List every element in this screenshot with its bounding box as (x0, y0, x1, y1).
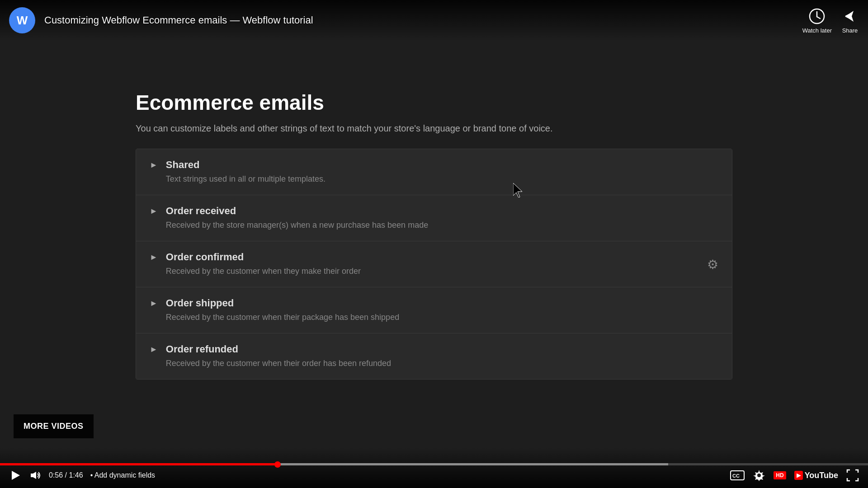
chevron-right-icon: ► (150, 160, 158, 170)
gear-icon[interactable]: ⚙ (707, 257, 718, 272)
progress-dot (274, 461, 281, 468)
email-item-order-refunded[interactable]: ► Order refunded Received by the custome… (136, 333, 732, 379)
play-button[interactable] (9, 469, 22, 482)
email-item-content-refunded: Order refunded Received by the customer … (166, 343, 718, 369)
email-item-title-received: Order received (166, 205, 718, 217)
time-display: 0:56 / 1:46 (49, 471, 83, 479)
section-title: Ecommerce emails (136, 90, 324, 115)
video-title: Customizing Webflow Ecommerce emails — W… (44, 14, 802, 26)
current-time: 0:56 (49, 471, 63, 479)
controls-right: CC HD ▶ YouTube (730, 469, 859, 482)
bottom-bar: 0:56 / 1:46 • Add dynamic fields CC (0, 447, 868, 488)
email-item-title-shared: Shared (166, 159, 718, 171)
chapter-name: Add dynamic fields (94, 471, 155, 479)
email-item-order-shipped[interactable]: ► Order shipped Received by the customer… (136, 287, 732, 333)
play-icon (9, 469, 22, 482)
top-right-controls: Watch later Share (802, 7, 859, 34)
email-item-content-confirmed: Order confirmed Received by the customer… (166, 251, 718, 277)
controls-row: 0:56 / 1:46 • Add dynamic fields CC (0, 465, 868, 488)
share-icon (841, 7, 859, 25)
channel-avatar[interactable]: W (9, 7, 35, 33)
top-bar: W Customizing Webflow Ecommerce emails —… (0, 0, 868, 41)
chapter-separator: • (90, 471, 94, 479)
chevron-right-icon-5: ► (150, 345, 158, 354)
email-item-content-received: Order received Received by the store man… (166, 205, 718, 231)
progress-bar[interactable] (0, 463, 868, 465)
cc-icon: CC (730, 470, 745, 480)
chapter-label: • Add dynamic fields (90, 471, 155, 479)
svg-line-2 (817, 17, 820, 19)
email-list: ► Shared Text strings used in all or mul… (136, 149, 732, 380)
youtube-logo-text: YouTube (805, 471, 838, 480)
email-item-desc-confirmed: Received by the customer when they make … (166, 266, 718, 277)
email-item-desc-refunded: Received by the customer when their orde… (166, 358, 718, 369)
section-subtitle: You can customize labels and other strin… (136, 122, 553, 135)
progress-buffered (278, 463, 668, 465)
fullscreen-icon (846, 469, 859, 482)
progress-watched (0, 463, 278, 465)
youtube-logo[interactable]: ▶ YouTube (794, 471, 838, 480)
svg-marker-6 (31, 472, 36, 479)
chevron-right-icon-2: ► (150, 206, 158, 216)
youtube-logo-icon: ▶ (794, 471, 803, 480)
email-item-content-shipped: Order shipped Received by the customer w… (166, 297, 718, 323)
more-videos-button[interactable]: MORE VIDEOS (14, 414, 94, 438)
email-item-desc-shared: Text strings used in all or multiple tem… (166, 174, 718, 185)
email-item-title-confirmed: Order confirmed (166, 251, 718, 263)
volume-icon (29, 469, 42, 482)
watch-later-button[interactable]: Watch later (802, 7, 832, 34)
chevron-right-icon-4: ► (150, 299, 158, 308)
volume-button[interactable] (29, 469, 42, 482)
settings-icon (753, 469, 765, 482)
hd-badge: HD (774, 471, 786, 479)
channel-initial: W (17, 14, 28, 28)
email-item-desc-received: Received by the store manager(s) when a … (166, 220, 718, 231)
video-container: W Customizing Webflow Ecommerce emails —… (0, 0, 868, 488)
email-item-desc-shipped: Received by the customer when their pack… (166, 312, 718, 323)
main-content: Ecommerce emails You can customize label… (0, 0, 868, 488)
total-time: 1:46 (69, 471, 83, 479)
clock-icon (808, 7, 826, 25)
watch-later-label: Watch later (802, 27, 832, 34)
chevron-right-icon-3: ► (150, 253, 158, 262)
email-item-content-shared: Shared Text strings used in all or multi… (166, 159, 718, 185)
share-button[interactable]: Share (841, 7, 859, 34)
settings-button[interactable] (753, 469, 765, 482)
svg-text:CC: CC (732, 473, 740, 479)
cc-button[interactable]: CC (730, 470, 745, 480)
email-item-title-refunded: Order refunded (166, 343, 718, 355)
email-item-title-shipped: Order shipped (166, 297, 718, 309)
share-label: Share (842, 27, 858, 34)
fullscreen-button[interactable] (846, 469, 859, 482)
email-item-shared[interactable]: ► Shared Text strings used in all or mul… (136, 149, 732, 195)
email-item-order-received[interactable]: ► Order received Received by the store m… (136, 195, 732, 241)
email-item-order-confirmed[interactable]: ► Order confirmed Received by the custom… (136, 241, 732, 287)
svg-point-10 (757, 474, 761, 477)
svg-marker-5 (12, 471, 20, 480)
